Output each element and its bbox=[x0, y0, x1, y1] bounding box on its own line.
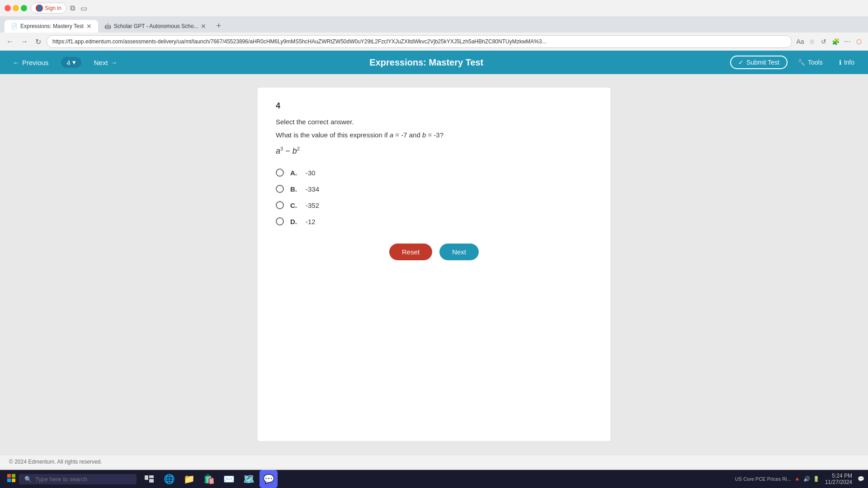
date-display: 11/27/2024 bbox=[825, 479, 852, 485]
forward-btn[interactable]: → bbox=[19, 36, 30, 47]
svg-rect-3 bbox=[12, 479, 15, 482]
question-instruction: Select the correct answer. bbox=[276, 118, 592, 126]
radio-a[interactable] bbox=[276, 169, 284, 177]
option-b-label: B. bbox=[290, 185, 299, 193]
option-c-value: -352 bbox=[306, 202, 319, 209]
network-icon: 🔺 bbox=[794, 476, 801, 482]
extension-icon[interactable]: 🧩 bbox=[831, 37, 840, 46]
time-display: 5:24 PM bbox=[825, 473, 852, 479]
taskbar-clock[interactable]: 5:24 PM 11/27/2024 bbox=[825, 473, 852, 485]
taskbar-task-view[interactable] bbox=[140, 470, 158, 488]
answer-options: A. -30 B. -334 C. -352 D. -12 bbox=[276, 169, 592, 225]
tab-label: Expressions: Mastery Test bbox=[20, 23, 84, 29]
new-tab-btn[interactable]: + bbox=[212, 19, 225, 33]
info-button[interactable]: ℹ Info bbox=[833, 56, 861, 69]
tab-label-2: Scholar GPT - Autonomous Scho... bbox=[114, 23, 198, 29]
address-bar: ← → ↻ Aa ☆ ↺ 🧩 ⋯ ⬡ bbox=[0, 33, 868, 51]
radio-b[interactable] bbox=[276, 185, 284, 193]
previous-button[interactable]: ← Previous bbox=[7, 56, 54, 69]
address-right-icons: Aa ☆ ↺ 🧩 ⋯ ⬡ bbox=[796, 37, 863, 46]
tools-button[interactable]: 🔧 Tools bbox=[791, 56, 829, 69]
check-icon: ✓ bbox=[738, 59, 744, 66]
battery-icon: 🔋 bbox=[813, 476, 820, 482]
tabs-bar: 📄 Expressions: Mastery Test ✕ 🤖 Scholar … bbox=[0, 16, 868, 33]
dropdown-icon: ▾ bbox=[72, 58, 76, 66]
tab-manager-icon[interactable]: ⧉ bbox=[70, 4, 75, 12]
option-a-value: -30 bbox=[306, 169, 316, 177]
option-b: B. -334 bbox=[276, 185, 592, 193]
maximize-window-btn[interactable] bbox=[21, 5, 27, 11]
question-number: 4 bbox=[276, 101, 592, 111]
tab-expressions[interactable]: 📄 Expressions: Mastery Test ✕ bbox=[5, 20, 98, 33]
refresh-icon-2[interactable]: ↺ bbox=[819, 37, 828, 46]
next-label: Next bbox=[94, 59, 108, 66]
page-title: Expressions: Mastery Test bbox=[130, 57, 723, 68]
edge-icon: ⬡ bbox=[854, 37, 863, 46]
user-icon: 👤 bbox=[36, 5, 43, 12]
reset-button[interactable]: Reset bbox=[389, 244, 432, 260]
next-icon: → bbox=[111, 59, 118, 66]
tab-favicon: 📄 bbox=[11, 23, 18, 29]
taskbar-explorer-icon[interactable]: 📁 bbox=[180, 470, 198, 488]
notification-icon[interactable]: 💬 bbox=[858, 476, 864, 482]
option-c: C. -352 bbox=[276, 201, 592, 209]
option-d: D. -12 bbox=[276, 217, 592, 225]
screenshot-icon[interactable]: ▭ bbox=[80, 4, 87, 13]
svg-rect-0 bbox=[7, 474, 11, 478]
question-num: 4 bbox=[66, 59, 70, 66]
page-footer: © 2024 Edmentum. All rights reserved. bbox=[0, 455, 868, 469]
tools-label: Tools bbox=[808, 59, 823, 66]
action-buttons: Reset Next bbox=[276, 244, 592, 260]
tab-close-btn[interactable]: ✕ bbox=[86, 23, 92, 30]
option-a: A. -30 bbox=[276, 169, 592, 177]
search-input[interactable] bbox=[35, 476, 126, 483]
menu-icon[interactable]: ⋯ bbox=[843, 37, 852, 46]
option-c-label: C. bbox=[290, 202, 299, 209]
option-d-value: -12 bbox=[306, 218, 316, 225]
tab-favicon-2: 🤖 bbox=[104, 23, 111, 29]
sys-tray-label: US Core PCE Prices Ri... bbox=[735, 476, 791, 482]
next-question-button[interactable]: Next bbox=[439, 244, 479, 260]
radio-d[interactable] bbox=[276, 217, 284, 225]
minimize-window-btn[interactable] bbox=[13, 5, 19, 11]
back-btn[interactable]: ← bbox=[5, 36, 15, 47]
refresh-btn[interactable]: ↻ bbox=[33, 36, 43, 48]
browser-chrome: 👤 Sign in ⧉ ▭ 📄 Expressions: Mastery Tes… bbox=[0, 0, 868, 51]
app-header: ← Previous 4 ▾ Next → Expressions: Maste… bbox=[0, 51, 868, 74]
question-card: 4 Select the correct answer. What is the… bbox=[258, 88, 610, 441]
info-label: Info bbox=[844, 59, 854, 66]
start-button[interactable] bbox=[4, 472, 19, 486]
sign-in-button[interactable]: 👤 Sign in bbox=[31, 3, 66, 14]
taskbar-mail-icon[interactable]: ✉️ bbox=[220, 470, 238, 488]
taskbar: 🔍 🌐 📁 🛍️ ✉️ 🗺️ 💬 US Core PCE Prices Ri..… bbox=[0, 470, 868, 488]
previous-label: Previous bbox=[22, 59, 48, 66]
tab-scholar[interactable]: 🤖 Scholar GPT - Autonomous Scho... ✕ bbox=[98, 20, 213, 33]
next-button[interactable]: Next → bbox=[89, 56, 123, 69]
bookmark-icon[interactable]: ☆ bbox=[807, 37, 816, 46]
address-input[interactable] bbox=[47, 35, 792, 48]
svg-rect-1 bbox=[12, 474, 15, 478]
taskbar-right: US Core PCE Prices Ri... 🔺 🔊 🔋 5:24 PM 1… bbox=[735, 473, 864, 485]
taskbar-maps-icon[interactable]: 🗺️ bbox=[240, 470, 258, 488]
taskbar-pinned-icons: 🌐 📁 🛍️ ✉️ 🗺️ 💬 bbox=[140, 470, 278, 488]
question-number-badge[interactable]: 4 ▾ bbox=[61, 57, 81, 68]
taskbar-edge-icon[interactable]: 🌐 bbox=[160, 470, 178, 488]
radio-c[interactable] bbox=[276, 201, 284, 209]
header-right-actions: ✓ Submit Test 🔧 Tools ℹ Info bbox=[730, 56, 861, 69]
close-window-btn[interactable] bbox=[5, 5, 11, 11]
submit-label: Submit Test bbox=[746, 59, 779, 66]
main-content: 4 Select the correct answer. What is the… bbox=[0, 74, 868, 455]
tab-close-btn-2[interactable]: ✕ bbox=[201, 23, 206, 30]
taskbar-store-icon[interactable]: 🛍️ bbox=[200, 470, 218, 488]
read-mode-icon[interactable]: Aa bbox=[796, 37, 805, 46]
title-bar: 👤 Sign in ⧉ ▭ bbox=[0, 0, 868, 16]
submit-test-button[interactable]: ✓ Submit Test bbox=[730, 56, 788, 69]
question-expression: a3 − b2 bbox=[276, 146, 592, 156]
svg-rect-4 bbox=[145, 475, 148, 480]
search-bar[interactable]: 🔍 bbox=[19, 474, 137, 484]
question-text: What is the value of this expression if … bbox=[276, 131, 592, 139]
taskbar-discord-icon[interactable]: 💬 bbox=[259, 470, 278, 488]
svg-rect-5 bbox=[149, 475, 154, 478]
svg-rect-2 bbox=[7, 479, 11, 482]
tools-icon: 🔧 bbox=[797, 59, 805, 66]
